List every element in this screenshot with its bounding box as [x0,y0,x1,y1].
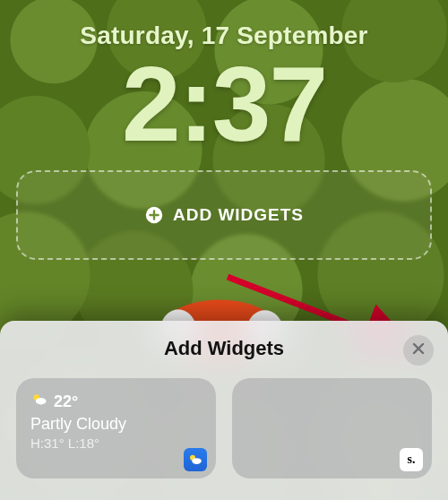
widget-cards-row: 22° Partly Cloudy H:31° L:18° s. [16,378,432,478]
second-widget-card[interactable]: s. [232,378,432,478]
partly-cloudy-icon [30,391,48,413]
svg-point-3 [36,398,47,405]
weather-condition: Partly Cloudy [30,415,202,434]
second-app-icon: s. [400,448,423,471]
add-widgets-label: ADD WIDGETS [173,205,304,225]
weather-hilo: H:31° L:18° [30,435,202,451]
plus-circle-icon [144,205,164,225]
svg-point-5 [192,458,202,464]
add-widgets-sheet: Add Widgets 22° Partly Cloudy H:31° L:18… [0,321,448,500]
close-button[interactable] [403,335,434,366]
lockscreen-time[interactable]: 2:37 [0,43,448,165]
add-widgets-slot[interactable]: ADD WIDGETS [16,170,432,260]
close-icon [412,342,425,358]
sheet-header: Add Widgets [16,337,432,360]
weather-temp: 22° [54,392,78,411]
lock-screen-editor: Saturday, 17 September 2:37 ADD WIDGETS … [0,0,448,500]
weather-widget-card[interactable]: 22° Partly Cloudy H:31° L:18° [16,378,216,478]
sheet-title: Add Widgets [16,337,432,360]
weather-app-icon [184,448,207,471]
